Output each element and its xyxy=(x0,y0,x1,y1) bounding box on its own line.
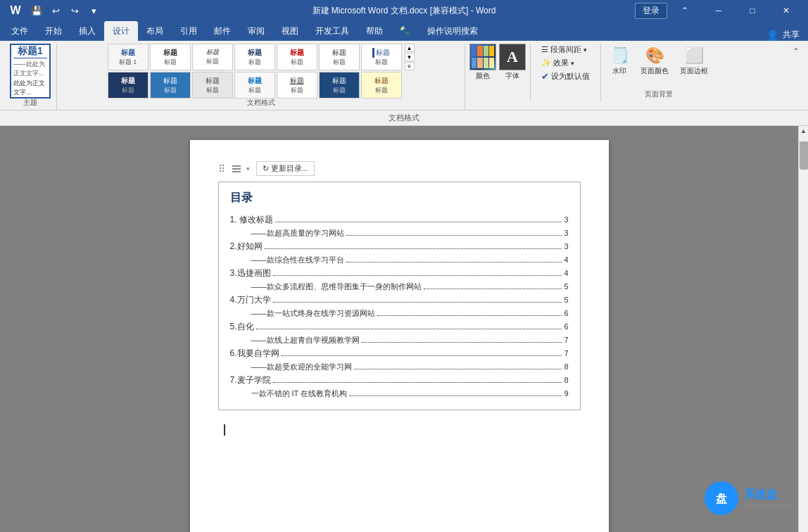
set-default-btn[interactable]: ✔ 设为默认值 xyxy=(539,70,592,82)
word-icon: W xyxy=(6,2,25,19)
vertical-scrollbar: ▲ ▼ xyxy=(798,126,808,532)
group-para-effects: ☰ 段落间距 ▾ ✨ 效果 ▾ ✔ 设为默认值 xyxy=(531,44,601,101)
tab-design[interactable]: 设计 xyxy=(104,21,138,41)
main-style-label: 主题 xyxy=(23,98,37,108)
svg-rect-1 xyxy=(232,168,241,170)
watermark-url: XITONGPAN.NET xyxy=(744,502,795,509)
gallery-up[interactable]: ▲ xyxy=(405,44,415,52)
title-bar-title: 新建 Microsoft Word 文档.docx [兼容模式] - Word xyxy=(313,5,496,17)
check-icon: ✔ xyxy=(541,71,549,82)
tab-developer[interactable]: 开发工具 xyxy=(307,21,358,41)
quick-access-toolbar: 💾 ↩ ↪ ▾ xyxy=(28,2,102,19)
gallery-nav: ▲ ▼ ≡ xyxy=(405,44,415,70)
tab-action-search[interactable]: 操作说明搜索 xyxy=(419,21,486,41)
effects-icon: ✨ xyxy=(541,58,551,68)
style-thumb-11[interactable]: 标题 标题 xyxy=(234,72,275,99)
toc-entry-6-sub: ——款超受欢迎的全能学习网 8 xyxy=(230,362,569,372)
style-thumb-4[interactable]: 标题 标题 xyxy=(234,44,275,70)
style-thumb-2[interactable]: 标题 标题 xyxy=(150,44,191,70)
tab-help[interactable]: 帮助 xyxy=(358,21,391,41)
style-thumb-3[interactable]: 标题 标题 xyxy=(192,44,233,70)
redo-btn[interactable]: ↪ xyxy=(66,2,83,19)
title-bar-left: W 💾 ↩ ↪ ▾ xyxy=(6,2,102,19)
page-color-btn[interactable]: 🎨 页面颜色 xyxy=(636,44,673,79)
tab-home[interactable]: 开始 xyxy=(37,21,70,41)
page-border-btn[interactable]: ⬜ 页面边框 xyxy=(676,44,712,79)
gallery-down[interactable]: ▼ xyxy=(405,53,415,61)
group-style-gallery: 标题 标题 1 标题 标题 标题 标题 xyxy=(57,44,465,110)
style-thumb-10[interactable]: 标题 标题 xyxy=(192,72,233,99)
toc-entry-5-sub: ——款线上超青自学视频教学网 7 xyxy=(230,335,569,346)
style-thumb-13[interactable]: 标题 标题 xyxy=(319,72,360,99)
title-bar: W 💾 ↩ ↪ ▾ 新建 Microsoft Word 文档.docx [兼容模… xyxy=(0,0,808,21)
effects-btn[interactable]: ✨ 效果 ▾ xyxy=(539,57,592,69)
watermark-text-area: 系统盘 XITONGPAN.NET xyxy=(744,488,795,509)
ribbon-collapse-btn[interactable]: ⌃ xyxy=(793,46,800,56)
tab-file[interactable]: 文件 xyxy=(3,21,37,41)
undo-btn[interactable]: ↩ xyxy=(47,2,64,19)
style-thumb-14[interactable]: 标题 标题 xyxy=(361,72,402,99)
doc-format-bar: 文档格式 xyxy=(0,110,808,126)
ribbon-content: 标题1 ——此处为正文文字... 此处为正文文字... 主题 标题 标题 1 xyxy=(0,41,808,110)
style-thumb-12[interactable]: 标题 标题 xyxy=(277,72,317,99)
style-thumb-1[interactable]: 标题 标题 1 xyxy=(108,44,149,70)
toc-update-btn[interactable]: ↻ 更新目录... xyxy=(256,161,315,176)
tab-mail[interactable]: 邮件 xyxy=(206,21,239,41)
person-icon: 👤 xyxy=(766,30,778,41)
share-button[interactable]: 共享 xyxy=(783,29,800,41)
page-color-icon: 🎨 xyxy=(645,46,664,65)
group-color-font: 颜色 A 字体 xyxy=(465,44,531,101)
tab-review[interactable]: 审阅 xyxy=(239,21,273,41)
ribbon: 文件 开始 插入 设计 布局 引用 邮件 审阅 视图 开发工具 帮助 🔦 操作说… xyxy=(0,21,808,126)
toc-dropdown-icon[interactable]: ▾ xyxy=(244,164,253,174)
style-thumb-9[interactable]: 标题 标题 xyxy=(150,72,191,99)
toc-handle: ⠿ xyxy=(218,163,225,175)
toc-entry-2-sub: ——款综合性在线学习平台 4 xyxy=(230,255,569,265)
minimize-btn[interactable]: ─ xyxy=(702,0,735,21)
tab-search-icon[interactable]: 🔦 xyxy=(391,21,419,41)
gallery-more[interactable]: ≡ xyxy=(405,62,415,70)
style-thumb-7[interactable]: 标题 标题 xyxy=(361,44,402,70)
ribbon-toggle-btn[interactable]: ⌃ xyxy=(669,0,701,21)
style-thumb-5[interactable]: 标题 标题 xyxy=(277,44,317,70)
tab-layout[interactable]: 布局 xyxy=(138,21,172,41)
document-area: ⠿ ▾ ↻ 更新目录... xyxy=(0,126,798,532)
save-btn[interactable]: 💾 xyxy=(28,2,45,19)
page-border-icon: ⬜ xyxy=(685,46,704,65)
svg-text:盘: 盘 xyxy=(716,493,728,505)
para-spacing-btn[interactable]: ☰ 段落间距 ▾ xyxy=(539,44,592,56)
scroll-up-arrow[interactable]: ▲ xyxy=(799,126,809,136)
page-bg-label: 页面背景 xyxy=(645,89,673,99)
para-group-label xyxy=(562,89,569,99)
text-cursor xyxy=(224,424,225,436)
toc-title: 目录 xyxy=(230,191,569,205)
toc-entry-3: 3.迅捷画图 4 xyxy=(230,267,569,279)
toc-entry-4: 4.万门大学 5 xyxy=(230,294,569,306)
scroll-thumb[interactable] xyxy=(800,141,808,170)
customize-btn[interactable]: ▾ xyxy=(85,2,102,19)
tab-insert[interactable]: 插入 xyxy=(70,21,104,41)
main-style-thumb[interactable]: 标题1 ——此处为正文文字... 此处为正文文字... xyxy=(10,44,51,99)
toc-entry-1: 1. 修改标题 3 xyxy=(230,214,569,226)
maximize-btn[interactable]: □ xyxy=(736,0,769,21)
svg-rect-2 xyxy=(232,171,241,172)
close-btn[interactable]: ✕ xyxy=(770,0,802,21)
toc-entry-2: 2.好知网 3 xyxy=(230,241,569,253)
tab-view[interactable]: 视图 xyxy=(273,21,307,41)
refresh-icon: ↻ xyxy=(263,164,269,173)
style-thumb-6[interactable]: 标题 标题 xyxy=(319,44,360,70)
watermark-btn[interactable]: 🗒️ 水印 xyxy=(605,44,633,79)
login-button[interactable]: 登录 xyxy=(635,3,667,19)
style-thumb-8[interactable]: 标题 标题 xyxy=(108,72,149,99)
tab-references[interactable]: 引用 xyxy=(172,21,206,41)
group-main-style: 标题1 ——此处为正文文字... 此处为正文文字... 主题 xyxy=(6,44,57,110)
title-bar-controls: 登录 ⌃ ─ □ ✕ xyxy=(635,0,802,21)
para-spacing-icon: ☰ xyxy=(541,45,548,54)
toc-entry-6: 6.我要自学网 7 xyxy=(230,348,569,360)
toc-toolbar: ⠿ ▾ ↻ 更新目录... xyxy=(218,161,581,176)
color-btn[interactable]: 颜色 xyxy=(469,44,496,81)
dropdown-icon: ▾ xyxy=(583,46,587,53)
font-btn[interactable]: A 字体 xyxy=(499,44,526,81)
ribbon-tab-bar: 文件 开始 插入 设计 布局 引用 邮件 审阅 视图 开发工具 帮助 🔦 操作说… xyxy=(0,21,808,41)
toc-entry-3-sub: ——款众多流程图、思维导图集于一身的制作网站 5 xyxy=(230,281,569,292)
